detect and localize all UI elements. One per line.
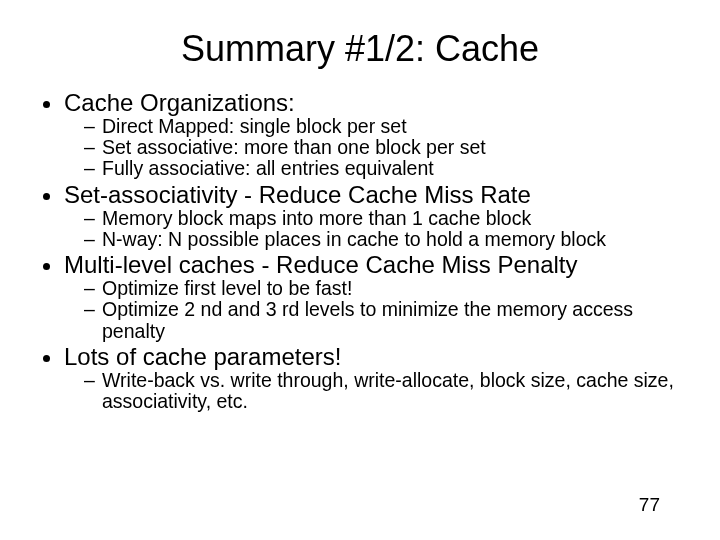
bullet-text: Multi-level caches - Reduce Cache Miss P… xyxy=(64,251,578,278)
sub-text: Optimize first level to be fast! xyxy=(102,277,352,299)
slide-title: Summary #1/2: Cache xyxy=(30,28,690,70)
sub-text: Memory block maps into more than 1 cache… xyxy=(102,207,531,229)
sub-item: Write-back vs. write through, write-allo… xyxy=(88,370,690,412)
bullet-text: Set-associativity - Reduce Cache Miss Ra… xyxy=(64,181,531,208)
sub-text: Direct Mapped: single block per set xyxy=(102,115,407,137)
bullet-list: Cache Organizations: Direct Mapped: sing… xyxy=(30,90,690,412)
slide: Summary #1/2: Cache Cache Organizations:… xyxy=(0,0,720,540)
bullet-item: Lots of cache parameters! Write-back vs.… xyxy=(64,344,690,412)
page-number: 77 xyxy=(639,494,660,516)
sub-text: Optimize 2 nd and 3 rd levels to minimiz… xyxy=(102,298,633,341)
sub-list: Direct Mapped: single block per set Set … xyxy=(64,116,690,179)
sub-text: Fully associative: all entries equivalen… xyxy=(102,157,434,179)
sub-item: Memory block maps into more than 1 cache… xyxy=(88,208,690,229)
sub-list: Optimize first level to be fast! Optimiz… xyxy=(64,278,690,341)
sub-text: Write-back vs. write through, write-allo… xyxy=(102,369,674,412)
sub-item: Fully associative: all entries equivalen… xyxy=(88,158,690,179)
sub-text: Set associative: more than one block per… xyxy=(102,136,486,158)
sub-text: N-way: N possible places in cache to hol… xyxy=(102,228,606,250)
sub-item: Optimize first level to be fast! xyxy=(88,278,690,299)
bullet-item: Set-associativity - Reduce Cache Miss Ra… xyxy=(64,182,690,250)
sub-item: N-way: N possible places in cache to hol… xyxy=(88,229,690,250)
bullet-item: Multi-level caches - Reduce Cache Miss P… xyxy=(64,252,690,342)
bullet-text: Cache Organizations: xyxy=(64,89,295,116)
sub-list: Write-back vs. write through, write-allo… xyxy=(64,370,690,412)
sub-item: Optimize 2 nd and 3 rd levels to minimiz… xyxy=(88,299,690,341)
bullet-text: Lots of cache parameters! xyxy=(64,343,341,370)
bullet-item: Cache Organizations: Direct Mapped: sing… xyxy=(64,90,690,180)
sub-list: Memory block maps into more than 1 cache… xyxy=(64,208,690,250)
sub-item: Direct Mapped: single block per set xyxy=(88,116,690,137)
sub-item: Set associative: more than one block per… xyxy=(88,137,690,158)
